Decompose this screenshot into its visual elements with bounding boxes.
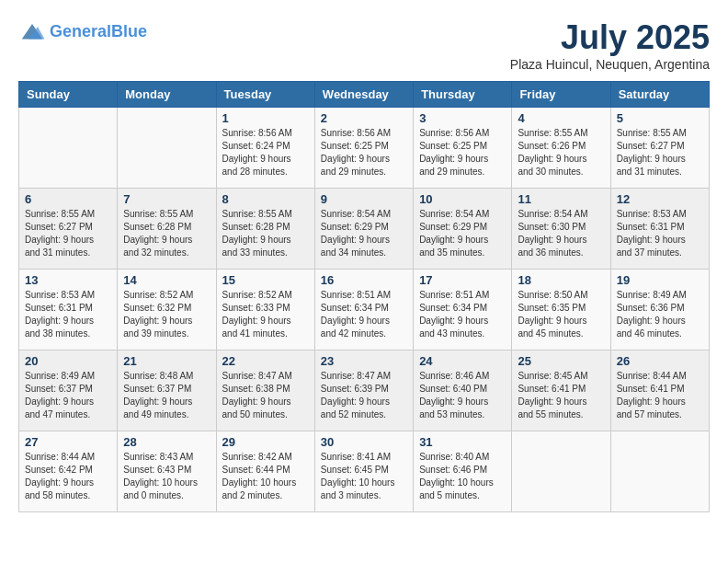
calendar-cell-w1-d5: 3Sunrise: 8:56 AMSunset: 6:25 PMDaylight… (414, 108, 512, 189)
calendar-cell-w1-d7: 5Sunrise: 8:55 AMSunset: 6:27 PMDaylight… (610, 108, 709, 189)
day-info: Sunrise: 8:55 AMSunset: 6:26 PMDaylight:… (518, 127, 604, 178)
week-row-3: 13Sunrise: 8:53 AMSunset: 6:31 PMDayligh… (19, 270, 710, 350)
day-info: Sunrise: 8:46 AMSunset: 6:40 PMDaylight:… (419, 370, 506, 421)
calendar-cell-w5-d3: 29Sunrise: 8:42 AMSunset: 6:44 PMDayligh… (216, 431, 314, 512)
day-number: 22 (222, 354, 309, 368)
day-info: Sunrise: 8:41 AMSunset: 6:45 PMDaylight:… (321, 451, 407, 502)
day-number: 20 (25, 354, 111, 368)
week-row-5: 27Sunrise: 8:44 AMSunset: 6:42 PMDayligh… (19, 431, 710, 512)
calendar-cell-w2-d5: 10Sunrise: 8:54 AMSunset: 6:29 PMDayligh… (414, 189, 512, 270)
day-info: Sunrise: 8:55 AMSunset: 6:27 PMDaylight:… (617, 127, 703, 178)
day-number: 19 (617, 273, 703, 287)
week-row-2: 6Sunrise: 8:55 AMSunset: 6:27 PMDaylight… (19, 189, 710, 270)
main-title: July 2025 (510, 18, 710, 57)
calendar-cell-w3-d1: 13Sunrise: 8:53 AMSunset: 6:31 PMDayligh… (19, 270, 118, 350)
day-info: Sunrise: 8:51 AMSunset: 6:34 PMDaylight:… (321, 289, 407, 340)
logo-line1: General (50, 22, 111, 40)
calendar-cell-w4-d5: 24Sunrise: 8:46 AMSunset: 6:40 PMDayligh… (414, 350, 512, 431)
col-saturday: Saturday (610, 82, 709, 108)
day-number: 30 (321, 435, 407, 449)
calendar-cell-w3-d3: 15Sunrise: 8:52 AMSunset: 6:33 PMDayligh… (216, 270, 314, 350)
calendar-cell-w5-d6 (512, 431, 610, 512)
day-info: Sunrise: 8:56 AMSunset: 6:24 PMDaylight:… (222, 127, 309, 178)
day-number: 23 (321, 354, 407, 368)
day-info: Sunrise: 8:52 AMSunset: 6:32 PMDaylight:… (123, 289, 210, 340)
logo-icon (18, 18, 46, 46)
day-number: 28 (123, 435, 210, 449)
header: GeneralBlue July 2025 Plaza Huincul, Neu… (18, 18, 710, 72)
day-info: Sunrise: 8:54 AMSunset: 6:30 PMDaylight:… (518, 208, 604, 259)
day-number: 9 (321, 192, 407, 206)
calendar-cell-w5-d5: 31Sunrise: 8:40 AMSunset: 6:46 PMDayligh… (414, 431, 512, 512)
calendar-cell-w2-d4: 9Sunrise: 8:54 AMSunset: 6:29 PMDaylight… (314, 189, 413, 270)
day-number: 24 (419, 354, 506, 368)
col-monday: Monday (118, 82, 216, 108)
day-number: 16 (321, 273, 407, 287)
day-info: Sunrise: 8:53 AMSunset: 6:31 PMDaylight:… (617, 208, 703, 259)
calendar-cell-w1-d1 (19, 108, 118, 189)
day-number: 13 (25, 273, 111, 287)
calendar-cell-w3-d4: 16Sunrise: 8:51 AMSunset: 6:34 PMDayligh… (314, 270, 413, 350)
day-number: 26 (617, 354, 703, 368)
calendar-cell-w2-d3: 8Sunrise: 8:55 AMSunset: 6:28 PMDaylight… (216, 189, 314, 270)
day-info: Sunrise: 8:40 AMSunset: 6:46 PMDaylight:… (419, 451, 506, 502)
day-number: 29 (222, 435, 309, 449)
day-info: Sunrise: 8:55 AMSunset: 6:28 PMDaylight:… (222, 208, 309, 259)
day-info: Sunrise: 8:51 AMSunset: 6:34 PMDaylight:… (419, 289, 506, 340)
day-number: 27 (25, 435, 111, 449)
day-info: Sunrise: 8:47 AMSunset: 6:38 PMDaylight:… (222, 370, 309, 421)
day-info: Sunrise: 8:53 AMSunset: 6:31 PMDaylight:… (25, 289, 111, 340)
day-number: 31 (419, 435, 506, 449)
day-info: Sunrise: 8:49 AMSunset: 6:37 PMDaylight:… (25, 370, 111, 421)
calendar-cell-w3-d7: 19Sunrise: 8:49 AMSunset: 6:36 PMDayligh… (610, 270, 709, 350)
calendar-cell-w5-d1: 27Sunrise: 8:44 AMSunset: 6:42 PMDayligh… (19, 431, 118, 512)
day-info: Sunrise: 8:47 AMSunset: 6:39 PMDaylight:… (321, 370, 407, 421)
calendar-cell-w5-d2: 28Sunrise: 8:43 AMSunset: 6:43 PMDayligh… (118, 431, 216, 512)
logo-line2: Blue (111, 22, 147, 40)
day-info: Sunrise: 8:55 AMSunset: 6:27 PMDaylight:… (25, 208, 111, 259)
calendar-header-row: Sunday Monday Tuesday Wednesday Thursday… (19, 82, 710, 108)
day-number: 1 (222, 111, 309, 125)
day-number: 17 (419, 273, 506, 287)
day-number: 7 (123, 192, 210, 206)
calendar-cell-w4-d1: 20Sunrise: 8:49 AMSunset: 6:37 PMDayligh… (19, 350, 118, 431)
day-info: Sunrise: 8:45 AMSunset: 6:41 PMDaylight:… (518, 370, 604, 421)
day-number: 15 (222, 273, 309, 287)
col-sunday: Sunday (19, 82, 118, 108)
calendar-cell-w1-d6: 4Sunrise: 8:55 AMSunset: 6:26 PMDaylight… (512, 108, 610, 189)
day-info: Sunrise: 8:44 AMSunset: 6:42 PMDaylight:… (25, 451, 111, 502)
calendar-cell-w2-d2: 7Sunrise: 8:55 AMSunset: 6:28 PMDaylight… (118, 189, 216, 270)
day-number: 3 (419, 111, 506, 125)
week-row-1: 1Sunrise: 8:56 AMSunset: 6:24 PMDaylight… (19, 108, 710, 189)
day-number: 8 (222, 192, 309, 206)
col-friday: Friday (512, 82, 610, 108)
day-number: 12 (617, 192, 703, 206)
calendar-cell-w3-d6: 18Sunrise: 8:50 AMSunset: 6:35 PMDayligh… (512, 270, 610, 350)
col-wednesday: Wednesday (314, 82, 413, 108)
calendar-cell-w5-d7 (610, 431, 709, 512)
calendar-cell-w5-d4: 30Sunrise: 8:41 AMSunset: 6:45 PMDayligh… (314, 431, 413, 512)
calendar-cell-w3-d5: 17Sunrise: 8:51 AMSunset: 6:34 PMDayligh… (414, 270, 512, 350)
day-number: 10 (419, 192, 506, 206)
day-number: 14 (123, 273, 210, 287)
calendar-cell-w1-d3: 1Sunrise: 8:56 AMSunset: 6:24 PMDaylight… (216, 108, 314, 189)
day-number: 11 (518, 192, 604, 206)
calendar-cell-w4-d7: 26Sunrise: 8:44 AMSunset: 6:41 PMDayligh… (610, 350, 709, 431)
day-number: 21 (123, 354, 210, 368)
subtitle: Plaza Huincul, Neuquen, Argentina (510, 57, 710, 72)
calendar-body: 1Sunrise: 8:56 AMSunset: 6:24 PMDaylight… (19, 108, 710, 512)
day-info: Sunrise: 8:56 AMSunset: 6:25 PMDaylight:… (321, 127, 407, 178)
week-row-4: 20Sunrise: 8:49 AMSunset: 6:37 PMDayligh… (19, 350, 710, 431)
day-info: Sunrise: 8:54 AMSunset: 6:29 PMDaylight:… (321, 208, 407, 259)
day-number: 25 (518, 354, 604, 368)
calendar-cell-w4-d4: 23Sunrise: 8:47 AMSunset: 6:39 PMDayligh… (314, 350, 413, 431)
calendar-cell-w2-d6: 11Sunrise: 8:54 AMSunset: 6:30 PMDayligh… (512, 189, 610, 270)
day-info: Sunrise: 8:49 AMSunset: 6:36 PMDaylight:… (617, 289, 703, 340)
day-number: 6 (25, 192, 111, 206)
day-info: Sunrise: 8:54 AMSunset: 6:29 PMDaylight:… (419, 208, 506, 259)
day-number: 18 (518, 273, 604, 287)
calendar-cell-w2-d7: 12Sunrise: 8:53 AMSunset: 6:31 PMDayligh… (610, 189, 709, 270)
day-info: Sunrise: 8:44 AMSunset: 6:41 PMDaylight:… (617, 370, 703, 421)
day-number: 2 (321, 111, 407, 125)
col-thursday: Thursday (414, 82, 512, 108)
